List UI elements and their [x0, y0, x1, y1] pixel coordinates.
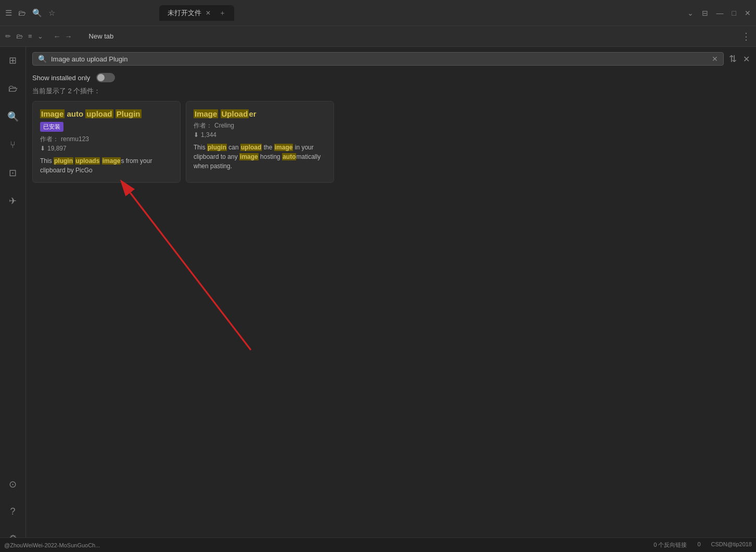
left-sidebar: ⊞ 🗁 🔍 ⑂ ⊡ ✈ ⊙ ? ⚙ [0, 47, 26, 552]
desc-highlight: auto [282, 153, 296, 160]
download-count: 19,897 [47, 145, 67, 152]
browser-controls: ⌄ ⊟ — □ ✕ [687, 9, 751, 17]
nav-icons: ✏ 🗁 ≡ ⌄ [5, 32, 43, 40]
page-info-text: CSDN@tip2018 [711, 541, 752, 549]
browser-chrome: ☰ 🗁 🔍 ☆ 未打开文件 ✕ ＋ ⌄ ⊟ — □ ✕ [0, 0, 756, 26]
search-bar-icon[interactable]: 🔍 [32, 8, 42, 18]
tips-count: 0 [697, 541, 700, 549]
toolbar-row: ✏ 🗁 ≡ ⌄ ← → New tab ⋮ [0, 26, 756, 47]
close-panel-icon[interactable]: ✕ [743, 54, 750, 64]
source-control-icon[interactable]: ⑂ [4, 135, 22, 154]
desc-highlight: plugin [54, 157, 73, 165]
forward-icon[interactable]: → [65, 32, 72, 41]
search-icon: 🔍 [38, 55, 47, 63]
send-icon[interactable]: ✈ [4, 192, 22, 210]
download-icon: ⬇ [40, 145, 45, 152]
desc-highlight: image [274, 144, 293, 151]
close-window-icon[interactable]: ✕ [745, 9, 751, 17]
title-text: auto [65, 109, 85, 118]
search-icon[interactable]: 🔍 [4, 107, 22, 126]
edit-icon[interactable]: ✏ [5, 32, 11, 40]
author-label: 作者： [194, 121, 212, 130]
extensions-icon[interactable]: ⊡ [4, 164, 22, 182]
title-highlight: Upload [221, 109, 249, 118]
status-bar: @ZhouWeiWei-2022-MoSunGuoCh... 0 个反向链接 0… [0, 537, 756, 552]
folder-icon[interactable]: 🗁 [4, 79, 22, 98]
title-highlight: Plugin [116, 109, 142, 118]
panel-header: 🔍 ✕ ⇅ ✕ [26, 47, 756, 71]
tab-close-icon[interactable]: ✕ [206, 9, 211, 17]
panel-layout-icon[interactable]: ⊟ [702, 9, 708, 17]
installed-only-toggle[interactable] [96, 73, 115, 82]
download-count: 1,344 [201, 131, 216, 139]
plugin-desc-2: This plugin can upload the image in your… [194, 143, 326, 171]
search-container[interactable]: 🔍 ✕ [32, 52, 724, 66]
tab-title: 未打开文件 [168, 8, 201, 18]
title-highlight: Image [194, 109, 218, 118]
new-tab-icon[interactable]: ＋ [219, 8, 226, 18]
plugin-downloads-1: ⬇ 19,897 [40, 145, 173, 152]
plugin-grid: Image auto upload Plugin 已安装 作者： renmu12… [26, 101, 756, 183]
desc-highlight: image [102, 157, 121, 165]
toggle-knob [97, 74, 105, 81]
title-highlight: Image [40, 109, 65, 118]
bookmark-icon[interactable]: ☆ [48, 8, 55, 18]
browser-tab[interactable]: 未打开文件 ✕ ＋ [159, 5, 234, 21]
title-text [218, 109, 220, 118]
search-clear-icon[interactable]: ✕ [712, 55, 718, 63]
search-input[interactable] [51, 55, 708, 63]
minimize-icon[interactable]: — [716, 9, 724, 17]
installed-badge: 已安装 [40, 122, 63, 132]
username-text: @ZhouWeiWei-2022-MoSunGuoCh... [4, 542, 100, 548]
main-layout: ⊞ 🗁 🔍 ⑂ ⊡ ✈ ⊙ ? ⚙ 🔍 ✕ ⇅ ✕ Show installed… [0, 47, 756, 552]
download-icon: ⬇ [194, 131, 199, 139]
title-text: er [249, 109, 256, 118]
plugin-card-2[interactable]: Image Uploader 作者： Creling ⬇ 1,344 This … [186, 101, 334, 183]
author-name: renmu123 [61, 135, 89, 143]
plugin-desc-1: This plugin uploads images from your cli… [40, 156, 173, 175]
plugin-icon[interactable]: ⊙ [4, 475, 22, 494]
menu-icon[interactable]: ⋮ [741, 31, 751, 42]
status-bar-right: 0 个反向链接 0 CSDN@tip2018 [654, 541, 752, 549]
back-icon[interactable]: ← [54, 32, 61, 41]
plugin-title-2: Image Uploader [194, 109, 326, 119]
desc-highlight: uploads [75, 157, 100, 165]
author-name: Creling [214, 122, 234, 129]
plugin-author-2: 作者： Creling [194, 121, 326, 130]
maximize-icon[interactable]: □ [732, 9, 736, 17]
help-icon[interactable]: ? [4, 502, 22, 521]
folder-icon[interactable]: 🗁 [16, 32, 23, 40]
title-highlight: upload [85, 109, 113, 118]
desc-highlight: plugin [207, 144, 227, 151]
desc-highlight: image [239, 153, 259, 160]
desc-highlight: upload [240, 144, 262, 151]
new-tab-label: New tab [89, 32, 114, 40]
sidebar-toggle-icon[interactable]: ☰ [5, 8, 12, 18]
dropdown-icon[interactable]: ⌄ [687, 9, 694, 17]
author-label: 作者： [40, 135, 59, 144]
svg-line-1 [130, 193, 251, 350]
toggle-row: Show installed only [26, 71, 756, 85]
plugin-author-1: 作者： renmu123 [40, 135, 173, 144]
plugin-count: 当前显示了 2 个插件： [26, 85, 756, 101]
show-installed-label: Show installed only [32, 74, 90, 82]
list-icon[interactable]: ≡ [28, 32, 32, 40]
plugin-title-1: Image auto upload Plugin [40, 109, 173, 119]
chevron-down-icon[interactable]: ⌄ [37, 32, 43, 40]
filter-icon[interactable]: ⇅ [729, 53, 737, 65]
plugin-downloads-2: ⬇ 1,344 [194, 131, 326, 139]
backlinks-text: 0 个反向链接 [654, 541, 687, 549]
layout-icon[interactable]: ⊞ [4, 51, 22, 70]
folder-open-icon[interactable]: 🗁 [18, 8, 26, 17]
plugin-card-1[interactable]: Image auto upload Plugin 已安装 作者： renmu12… [32, 101, 181, 183]
plugin-panel: 🔍 ✕ ⇅ ✕ Show installed only 当前显示了 2 个插件：… [26, 47, 756, 552]
sidebar-bottom: ⊙ ? ⚙ [4, 475, 22, 548]
